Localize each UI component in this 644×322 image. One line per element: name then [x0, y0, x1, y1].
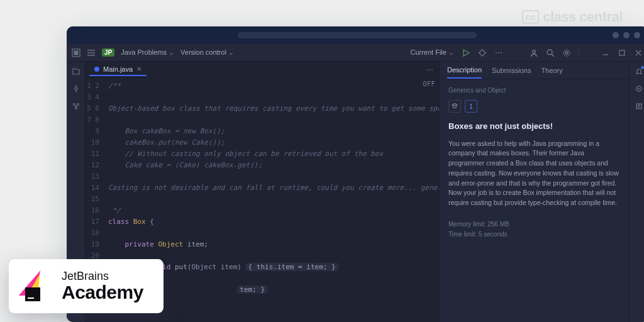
jetbrains-logo-icon	[21, 270, 53, 302]
svg-point-8	[565, 52, 568, 54]
svg-point-3	[496, 52, 497, 53]
svg-point-14	[426, 69, 428, 70]
window-dot[interactable]	[623, 32, 630, 38]
close-tab-icon[interactable]: ✕	[136, 65, 142, 72]
cc-text: class central	[543, 9, 623, 25]
file-tab-main[interactable]: Main.java ✕	[89, 64, 147, 76]
titlebar-address-pill[interactable]	[238, 32, 477, 38]
svg-point-6	[533, 50, 536, 53]
window-dot[interactable]	[634, 32, 640, 38]
right-tool-stripe	[629, 62, 644, 322]
inspection-off-badge[interactable]: OFF	[423, 80, 435, 87]
vcs-dropdown[interactable]: Version control	[180, 48, 234, 57]
task-title: Boxes are not just objects!	[448, 120, 620, 133]
svg-rect-1	[74, 50, 79, 55]
task-panel: Description Submissions Theory Generics …	[439, 62, 629, 322]
user-icon[interactable]	[530, 48, 538, 57]
hamburger-icon[interactable]	[87, 48, 96, 57]
project-dropdown[interactable]: Java Problems	[121, 48, 174, 57]
badge-line1: JetBrains	[62, 270, 143, 282]
tab-submissions[interactable]: Submissions	[492, 63, 531, 78]
close-icon[interactable]	[634, 48, 643, 57]
task-breadcrumb[interactable]: Generics and Object	[448, 86, 620, 95]
tab-description[interactable]: Description	[447, 62, 482, 79]
run-icon[interactable]	[462, 48, 470, 57]
file-tab-label: Main.java	[103, 65, 133, 73]
class-central-watermark: cc class central	[522, 9, 623, 25]
project-badge: JP	[102, 48, 114, 57]
jetbrains-academy-badge: JetBrains Academy	[9, 259, 164, 313]
restore-icon[interactable]	[618, 48, 626, 57]
svg-rect-9	[619, 50, 625, 55]
memory-limit: Memory limit: 256 MB	[448, 219, 620, 230]
ai-assistant-icon[interactable]	[635, 84, 643, 93]
window-titlebar	[67, 26, 644, 44]
app-menu-icon[interactable]	[72, 48, 80, 57]
window-controls	[613, 32, 640, 38]
more-icon[interactable]	[494, 48, 503, 57]
ide-toolbar: JP Java Problems Version control Current…	[67, 44, 644, 62]
minimize-icon[interactable]	[601, 48, 610, 57]
svg-point-4	[498, 52, 499, 53]
search-icon[interactable]	[546, 48, 555, 57]
svg-point-2	[480, 50, 485, 55]
svg-point-16	[431, 69, 433, 70]
commit-tool-icon[interactable]	[72, 84, 80, 93]
badge-line2: Academy	[62, 282, 143, 303]
svg-point-10	[75, 87, 77, 90]
run-config-dropdown[interactable]: Current File	[410, 48, 454, 57]
settings-icon[interactable]	[562, 48, 571, 57]
tab-more-icon[interactable]	[425, 65, 434, 74]
editor-tabs: Main.java ✕	[86, 62, 439, 78]
debug-icon[interactable]	[478, 48, 487, 57]
task-tabs: Description Submissions Theory	[440, 62, 629, 79]
task-description: You were asked to help with Java program…	[448, 139, 620, 208]
step-badge[interactable]: 1	[465, 100, 477, 113]
time-limit: Time limit: 5 seconds	[448, 230, 620, 240]
lesson-icon[interactable]	[448, 100, 461, 113]
structure-tool-icon[interactable]	[72, 102, 80, 111]
tab-theory[interactable]: Theory	[541, 63, 562, 78]
svg-point-5	[501, 52, 502, 53]
java-file-icon	[94, 67, 99, 72]
notifications-icon[interactable]	[635, 67, 643, 75]
learn-tool-icon[interactable]	[635, 102, 643, 111]
svg-point-15	[429, 69, 430, 70]
window-dot[interactable]	[613, 32, 619, 38]
svg-point-7	[547, 50, 552, 55]
cc-mark: cc	[522, 10, 540, 24]
project-tool-icon[interactable]	[72, 67, 80, 75]
